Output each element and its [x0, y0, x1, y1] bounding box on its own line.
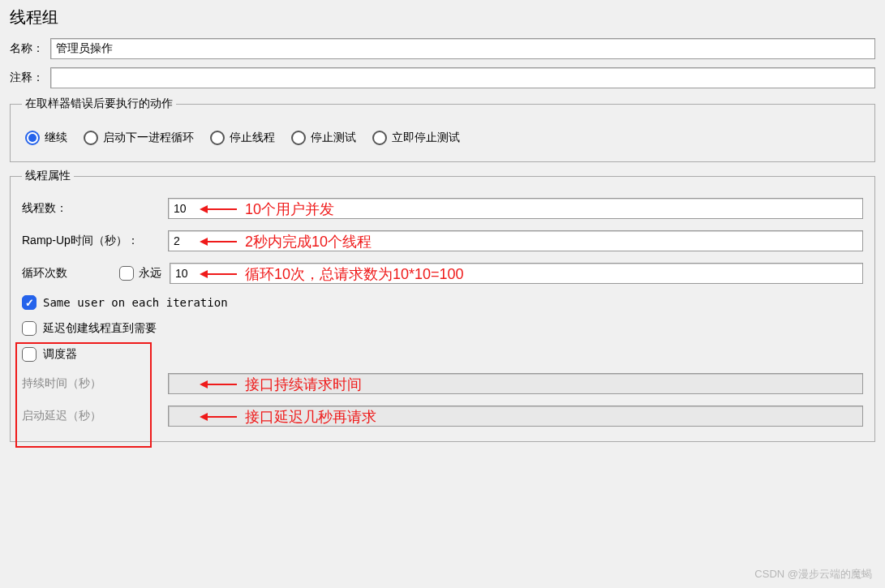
watermark: CSDN @漫步云端的魔蝎: [754, 567, 872, 582]
radio-label: 停止线程: [230, 131, 275, 145]
forever-label: 永远: [139, 266, 161, 281]
threads-input[interactable]: [168, 198, 863, 219]
forever-checkbox-wrap[interactable]: 永远: [119, 266, 161, 281]
thread-props-legend: 线程属性: [22, 169, 74, 183]
error-action-group: 在取样器错误后要执行的动作 继续 启动下一进程循环 停止线程 停止测试 立即停止…: [10, 97, 875, 162]
thread-props-group: 线程属性 线程数： 10个用户并发 Ramp-Up时间（秒）： 2秒内完成10个…: [10, 169, 875, 442]
radio-next-loop[interactable]: 启动下一进程循环: [84, 131, 194, 145]
radio-icon: [291, 131, 306, 145]
threads-label: 线程数：: [22, 201, 168, 216]
name-row: 名称：: [10, 38, 875, 59]
radio-continue[interactable]: 继续: [25, 131, 67, 145]
rampup-input[interactable]: [168, 230, 863, 251]
radio-label: 继续: [45, 131, 67, 145]
checkbox-icon: [22, 321, 37, 336]
name-input[interactable]: [50, 38, 875, 59]
checkbox-icon: [22, 347, 37, 362]
error-action-legend: 在取样器错误后要执行的动作: [22, 97, 176, 111]
checkbox-icon: [119, 266, 134, 281]
radio-label: 停止测试: [311, 131, 356, 145]
scheduler-row[interactable]: 调度器: [22, 347, 863, 362]
radio-stop-thread[interactable]: 停止线程: [210, 131, 275, 145]
scheduler-label: 调度器: [43, 347, 77, 362]
comment-input[interactable]: [50, 67, 875, 88]
scheduler-section: 调度器 持续时间（秒） 接口持续请求时间 启动延迟（秒） 接口延迟几秒再请求: [22, 347, 863, 427]
same-user-row[interactable]: Same user on each iteration: [22, 295, 863, 310]
comment-row: 注释：: [10, 67, 875, 88]
delay-create-label: 延迟创建线程直到需要: [43, 321, 157, 336]
startup-delay-row: 启动延迟（秒） 接口延迟几秒再请求: [22, 406, 863, 427]
rampup-row: Ramp-Up时间（秒）： 2秒内完成10个线程: [22, 230, 863, 251]
radio-icon: [372, 131, 387, 145]
rampup-label: Ramp-Up时间（秒）：: [22, 234, 168, 248]
comment-label: 注释：: [10, 71, 50, 85]
radio-stop-test[interactable]: 停止测试: [291, 131, 356, 145]
error-action-options: 继续 启动下一进程循环 停止线程 停止测试 立即停止测试: [22, 126, 863, 150]
duration-label: 持续时间（秒）: [22, 376, 168, 391]
loop-input[interactable]: [170, 263, 863, 284]
loop-row: 循环次数 永远 循环10次，总请求数为10*10=100: [22, 263, 863, 284]
delay-create-row[interactable]: 延迟创建线程直到需要: [22, 321, 863, 336]
threads-row: 线程数： 10个用户并发: [22, 198, 863, 219]
checkbox-icon: [22, 295, 37, 310]
page-title: 线程组: [10, 6, 875, 28]
radio-label: 启动下一进程循环: [103, 131, 194, 145]
startup-delay-label: 启动延迟（秒）: [22, 409, 168, 423]
radio-icon: [210, 131, 225, 145]
name-label: 名称：: [10, 41, 50, 56]
radio-icon: [84, 131, 98, 145]
radio-stop-test-now[interactable]: 立即停止测试: [372, 131, 460, 145]
same-user-label: Same user on each iteration: [43, 296, 228, 309]
duration-row: 持续时间（秒） 接口持续请求时间: [22, 373, 863, 394]
startup-delay-input: [168, 406, 863, 427]
radio-icon: [25, 131, 40, 145]
radio-label: 立即停止测试: [392, 131, 460, 145]
duration-input: [168, 373, 863, 394]
